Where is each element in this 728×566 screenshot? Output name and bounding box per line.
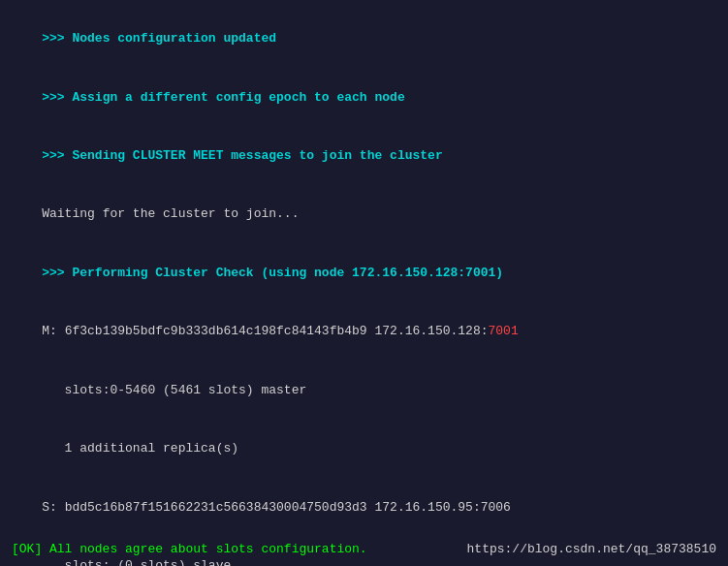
footer-row: [OK] All nodes agree about slots configu… <box>12 542 716 556</box>
output-line-4: Waiting for the cluster to join... <box>12 185 716 243</box>
line-3-text: >>> Sending CLUSTER MEET messages to joi… <box>42 148 442 163</box>
output-line-7: slots:0-5460 (5461 slots) master <box>12 362 716 420</box>
line-5-text: >>> Performing Cluster Check (using node… <box>42 266 503 280</box>
output-line-1: >>> Nodes configuration updated <box>12 10 716 68</box>
line-9-prefix: S: <box>42 500 64 515</box>
csdn-url: https://blog.csdn.net/qq_38738510 <box>467 542 716 556</box>
line-7-text: slots:0-5460 (5461 slots) master <box>42 383 306 397</box>
line-6-prefix: M: <box>42 324 64 338</box>
output-line-2: >>> Assign a different config epoch to e… <box>12 68 716 126</box>
output-line-6: M: 6f3cb139b5bdfc9b333db614c198fc84143fb… <box>12 302 716 361</box>
ok-status-text: [OK] All nodes agree about slots configu… <box>12 542 367 556</box>
line-4-text: Waiting for the cluster to join... <box>42 206 299 221</box>
line-6-port: 7001 <box>489 324 519 338</box>
line-8-text: 1 additional replica(s) <box>42 441 238 456</box>
output-line-3: >>> Sending CLUSTER MEET messages to joi… <box>12 127 716 185</box>
terminal-window: >>> Nodes configuration updated >>> Assi… <box>0 0 728 566</box>
line-10-text: slots: (0 slots) slave <box>42 558 231 566</box>
line-6-hash: 6f3cb139b5bdfc9b333db614c198fc84143fb4b9… <box>65 324 489 338</box>
line-1-text: >>> Nodes configuration updated <box>42 31 276 46</box>
line-9-text: bdd5c16b87f151662231c56638430004750d93d3… <box>65 500 511 515</box>
output-line-9: S: bdd5c16b87f151662231c56638430004750d9… <box>12 478 716 536</box>
output-line-8: 1 additional replica(s) <box>12 420 716 478</box>
output-line-5: >>> Performing Cluster Check (using node… <box>12 244 716 302</box>
line-2-text: >>> Assign a different config epoch to e… <box>42 90 404 105</box>
